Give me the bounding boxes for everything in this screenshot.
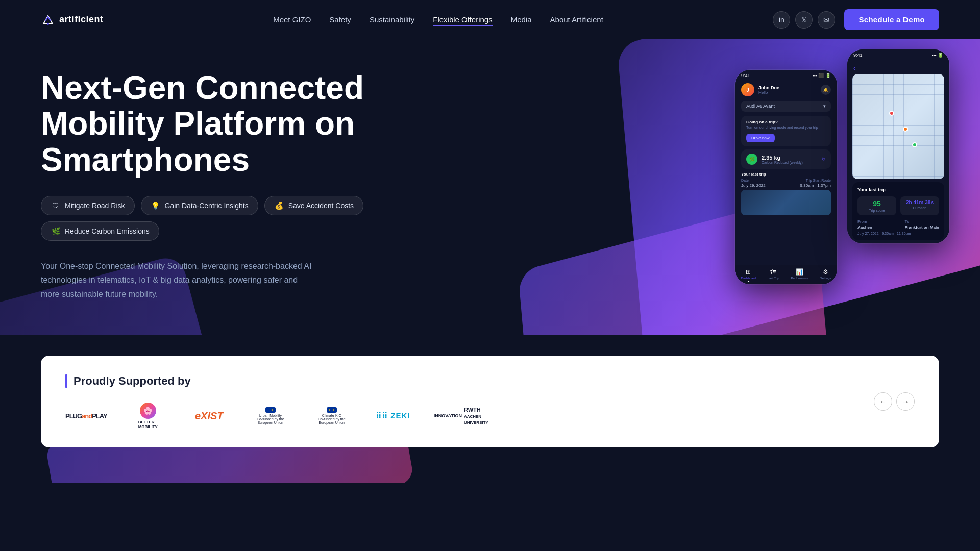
nav-meet-gizo[interactable]: Meet GIZO <box>273 15 311 24</box>
eu-badge-climate: EU <box>327 407 337 413</box>
logo-plugandplay: PLUGandPLAY <box>65 412 107 420</box>
user-name: John Doe <box>758 85 821 90</box>
back-arrow-icon: ‹ <box>853 65 855 72</box>
route-to-value: Frankfurt on Main <box>904 225 939 230</box>
phone-time: 9:41 <box>741 73 750 78</box>
logo[interactable]: artificient <box>41 13 104 27</box>
dropdown-arrow: ▾ <box>823 104 826 109</box>
email-icon[interactable]: ✉ <box>818 11 835 29</box>
trip-date-row: July 27, 2022 9:30am - 11:36pm <box>857 232 939 235</box>
nav-about[interactable]: About Artificient <box>550 15 603 24</box>
carbon-section: 🌿 2.35 kg Carbon Reduced (weekly) ↻ <box>741 149 831 169</box>
logo-urban-mobility: EU Urban MobilityCo-funded by theEuropea… <box>250 407 291 424</box>
badge-reduce-carbon[interactable]: 🌿 Reduce Carbon Emissions <box>41 221 159 241</box>
hero-description: Your One-stop Connected Mobility Solutio… <box>41 259 316 301</box>
nav-sustainability[interactable]: Sustainability <box>370 15 414 24</box>
carbon-value: 2.35 kg <box>762 155 803 161</box>
badge-mitigate-road-risk[interactable]: 🛡 Mitigate Road Risk <box>41 196 135 215</box>
insights-icon: 💡 <box>151 201 161 211</box>
hero-title: Next-Gen Connected Mobility Platform on … <box>41 70 388 178</box>
map-pin-end <box>912 142 917 147</box>
shield-icon: 🛡 <box>51 201 61 211</box>
phone-mockups: 9:41 ▪▪▪ ⬛ 🔋 J John Doe Hello 🔔 Audi A6 … <box>735 49 949 284</box>
trip-score-value: 95 <box>873 199 881 208</box>
nav-safety[interactable]: Safety <box>329 15 351 24</box>
nav-tab-settings[interactable]: ⚙ Settings <box>820 268 831 282</box>
eu-badge-urban: EU <box>265 407 276 413</box>
phone-header: J John Doe Hello 🔔 <box>735 81 837 101</box>
next-supporter-button[interactable]: → <box>896 392 915 411</box>
nav-tab-dashboard[interactable]: ⊞ Dashboard <box>741 268 755 282</box>
badge-save-label: Save Accident Costs <box>288 202 354 210</box>
trip-card-title: Your last trip <box>857 187 939 192</box>
nav-flexible-offerings[interactable]: Flexible Offerings <box>433 15 492 26</box>
date-label: Date <box>741 179 749 182</box>
supporters-card: Proudly Supported by PLUGandPLAY 🌸 BETTE… <box>41 356 939 447</box>
save-icon: 💰 <box>274 201 284 211</box>
badge-carbon-label: Reduce Carbon Emissions <box>65 227 150 235</box>
logo-exist: eXIST <box>189 410 230 422</box>
nav-right: in 𝕏 ✉ Schedule a Demo <box>773 9 939 30</box>
carbon-info: 2.35 kg Carbon Reduced (weekly) <box>762 155 803 164</box>
nav-media[interactable]: Media <box>511 15 532 24</box>
twitter-icon[interactable]: 𝕏 <box>795 11 813 29</box>
trip-route: From Aachen To Frankfurt on Main <box>857 219 939 230</box>
trip-title: Going on a trip? <box>746 120 826 124</box>
nav-tab-performance[interactable]: 📊 Performance <box>791 268 808 282</box>
plugandplay-logo: PLUGandPLAY <box>65 412 107 420</box>
last-trip-section: Your last trip Date Trip Start Route Jul… <box>741 172 831 215</box>
supporters-nav: ← → <box>874 392 915 411</box>
settings-icon: ⚙ <box>823 268 828 276</box>
user-info: John Doe Hello <box>754 85 821 95</box>
urban-mobility-logo: EU Urban MobilityCo-funded by theEuropea… <box>257 407 284 424</box>
drive-now-button[interactable]: Drive now <box>746 134 775 142</box>
bottom-decoration <box>0 442 980 483</box>
trip-map <box>741 190 831 215</box>
supporters-logos: PLUGandPLAY 🌸 BETTERMOBILITY eXIST EU Ur… <box>65 403 853 429</box>
navigation: artificient Meet GIZO Safety Sustainabil… <box>0 0 980 39</box>
nav-tab-last-trip[interactable]: 🗺 Last Trip <box>768 268 779 282</box>
user-subtitle: Hello <box>758 90 821 95</box>
phone-secondary-mockup: 9:41 ▪▪▪ 🔋 ‹ Your last trip 95 <box>847 49 949 243</box>
performance-icon: 📊 <box>796 268 803 276</box>
trip-subtitle: Turn on our driving mode and record your… <box>746 126 826 129</box>
climate-kic-logo: EU Climate-KICCo-funded by theEuropean U… <box>318 407 346 424</box>
trip-score-box: 95 Trip score <box>857 196 896 215</box>
trip-duration-box: 2h 41m 38s Duration <box>900 196 939 215</box>
bottom-shape <box>45 442 414 483</box>
trip-scores: 95 Trip score 2h 41m 38s Duration <box>857 196 939 215</box>
route-to: To Frankfurt on Main <box>904 219 939 230</box>
trip-section: Going on a trip? Turn on our driving mod… <box>741 116 831 146</box>
rwth-innovation-text: INNOVATION <box>434 413 462 418</box>
carbon-refresh-icon: ↻ <box>822 157 826 162</box>
dashboard-icon: ⊞ <box>746 268 751 276</box>
trip-date-value: July 27, 2022 <box>857 232 879 235</box>
back-nav[interactable]: ‹ <box>847 61 949 74</box>
route-from: From Aachen <box>857 219 872 230</box>
phone-nav-bar: ⊞ Dashboard 🗺 Last Trip 📊 Performance ⚙ <box>735 265 837 284</box>
carbon-label: Carbon Reduced (weekly) <box>762 161 803 164</box>
schedule-demo-button[interactable]: Schedule a Demo <box>844 9 939 30</box>
prev-supporter-button[interactable]: ← <box>874 392 892 411</box>
svg-point-0 <box>47 23 49 25</box>
trip-time-range: 9:30am - 11:36pm <box>882 232 911 235</box>
better-mobility-icon: 🌸 <box>140 403 156 419</box>
route-from-value: Aachen <box>857 225 872 230</box>
map-pin-mid <box>903 127 908 132</box>
supporters-section: Proudly Supported by PLUGandPLAY 🌸 BETTE… <box>41 356 939 447</box>
brand-name: artificient <box>59 14 104 25</box>
user-avatar: J <box>741 83 754 96</box>
linkedin-icon[interactable]: in <box>773 11 790 29</box>
notification-bell[interactable]: 🔔 <box>821 85 831 95</box>
supporters-title: Proudly Supported by <box>65 374 853 388</box>
badge-save-accident-costs[interactable]: 💰 Save Accident Costs <box>264 196 363 215</box>
car-selector[interactable]: Audi A6 Avant ▾ <box>741 101 831 112</box>
time-label: Trip Start Route <box>806 179 831 182</box>
map-view <box>852 74 944 179</box>
badge-data-insights[interactable]: 💡 Gain Data-Centric Insights <box>141 196 258 215</box>
phone-signal: ▪▪▪ ⬛ 🔋 <box>812 73 831 78</box>
rwth-logo: INNOVATION RWTHAACHENUNIVERSITY <box>434 407 488 425</box>
trip-duration-label: Duration <box>913 206 926 210</box>
trip-time: 9:30am - 1:37pm <box>800 183 831 188</box>
logo-climate-kic: EU Climate-KICCo-funded by theEuropean U… <box>311 407 352 424</box>
